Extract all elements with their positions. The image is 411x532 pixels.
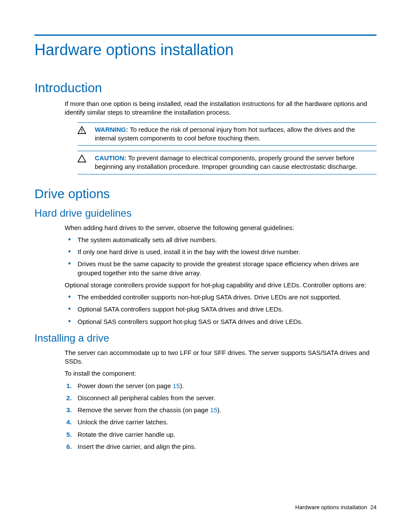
caution-callout: CAUTION: To prevent damage to electrical…	[78, 151, 377, 174]
caution-icon	[78, 154, 95, 164]
warning-callout: WARNING: To reduce the risk of personal …	[78, 122, 377, 146]
caution-body: To prevent damage to electrical componen…	[95, 154, 358, 170]
intro-paragraph: If more than one option is being install…	[65, 100, 372, 117]
step-item: Remove the server from the chassis (on p…	[65, 406, 377, 414]
step-item: Unlock the drive carrier latches.	[65, 418, 377, 426]
warning-icon	[78, 125, 95, 136]
step-item: Rotate the drive carrier handle up.	[65, 430, 377, 439]
list-item: Optional SAS controllers support hot-plu…	[65, 317, 377, 326]
subsection-heading-installing: Installing a drive	[34, 332, 377, 344]
step-text: Remove the server from the chassis (on p…	[78, 406, 210, 414]
page-title: Hardware options installation	[34, 41, 377, 59]
step-item: Disconnect all peripheral cables from th…	[65, 394, 377, 402]
step-text: Unlock the drive carrier latches.	[78, 418, 168, 426]
step-item: Power down the server (on page 15).	[65, 382, 377, 390]
list-item: Drives must be the same capacity to prov…	[65, 260, 377, 277]
guidelines-bullet-list-2: The embedded controller supports non-hot…	[65, 293, 377, 326]
step-text-post: ).	[180, 382, 184, 389]
installing-para1: The server can accommodate up to two LFF…	[65, 348, 372, 366]
footer-title: Hardware options installation	[295, 504, 367, 510]
step-text: Disconnect all peripheral cables from th…	[78, 394, 215, 401]
step-text: Power down the server (on page	[78, 382, 173, 389]
page-link[interactable]: 15	[210, 406, 218, 414]
section-heading-drive-options: Drive options	[34, 187, 377, 201]
caution-label: CAUTION:	[95, 154, 126, 162]
step-text: Insert the drive carrier, and align the …	[78, 443, 196, 450]
guidelines-para2: Optional storage controllers provide sup…	[65, 281, 372, 289]
page-footer: Hardware options installation 24	[295, 504, 377, 510]
step-text: Rotate the drive carrier handle up.	[78, 431, 175, 438]
page-link[interactable]: 15	[173, 382, 180, 389]
svg-point-2	[81, 132, 82, 133]
section-heading-introduction: Introduction	[34, 81, 377, 95]
warning-body: To reduce the risk of personal injury fr…	[95, 126, 355, 142]
list-item: Optional SATA controllers support hot-pl…	[65, 305, 377, 314]
install-steps: Power down the server (on page 15). Disc…	[65, 382, 377, 451]
footer-page-number: 24	[371, 504, 377, 510]
list-item: If only one hard drive is used, install …	[65, 248, 377, 256]
subsection-heading-guidelines: Hard drive guidelines	[34, 207, 377, 219]
top-rule	[34, 34, 377, 36]
svg-marker-3	[78, 155, 86, 162]
document-page: Hardware options installation Introducti…	[0, 0, 411, 532]
guidelines-intro: When adding hard drives to the server, o…	[65, 224, 372, 232]
guidelines-bullet-list-1: The system automatically sets all drive …	[65, 236, 377, 277]
list-item: The system automatically sets all drive …	[65, 236, 377, 244]
installing-para2: To install the component:	[65, 369, 372, 378]
step-item: Insert the drive carrier, and align the …	[65, 442, 377, 451]
list-item: The embedded controller supports non-hot…	[65, 293, 377, 302]
warning-label: WARNING:	[95, 126, 128, 133]
step-text-post: ).	[217, 406, 221, 414]
warning-text: WARNING: To reduce the risk of personal …	[95, 125, 377, 143]
caution-text: CAUTION: To prevent damage to electrical…	[95, 154, 377, 171]
